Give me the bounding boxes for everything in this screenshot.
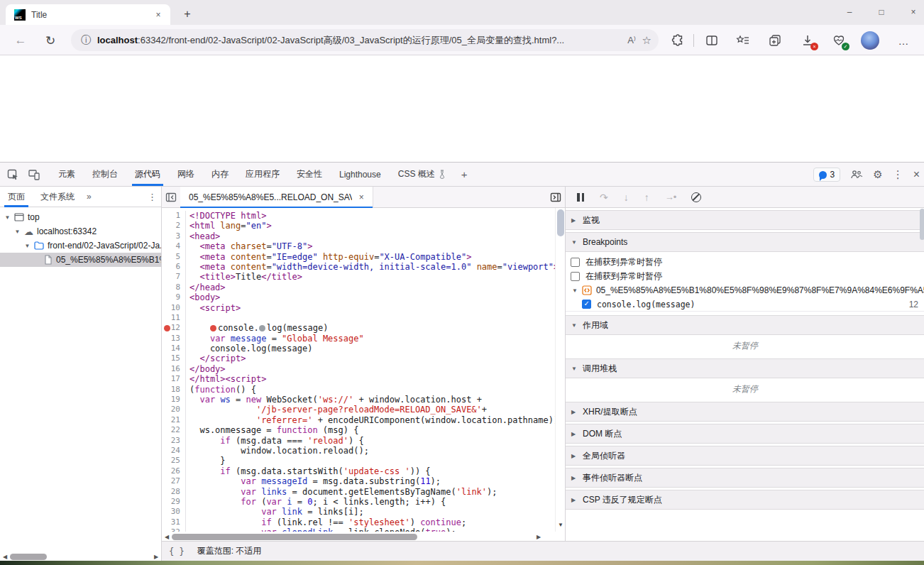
section-call-stack[interactable]: ▼ 调用堆栈 xyxy=(566,358,924,378)
browser-essentials-icon[interactable]: ✓ xyxy=(831,33,847,48)
hide-navigator-icon[interactable] xyxy=(162,187,180,208)
step-icon[interactable]: →• xyxy=(665,191,676,204)
expand-arrow-icon[interactable]: ▼ xyxy=(24,243,31,249)
hscroll-right-icon[interactable]: ▶ xyxy=(534,534,544,540)
favorite-star-icon[interactable]: ☆ xyxy=(642,34,651,47)
devtools-tab-元素[interactable]: 元素 xyxy=(50,163,84,186)
section-event-listener-breakpoints[interactable]: ▶ 事件侦听器断点 xyxy=(566,468,924,488)
editor-vscrollbar[interactable]: ▼ xyxy=(555,208,565,532)
step-into-icon[interactable]: ↓ xyxy=(624,191,629,204)
site-info-icon[interactable]: ⓘ xyxy=(81,34,91,47)
editor-tab-close-icon[interactable]: × xyxy=(357,192,366,202)
devtools-tab-安全性[interactable]: 安全性 xyxy=(288,163,331,186)
split-screen-icon[interactable] xyxy=(704,33,720,48)
line-number[interactable]: 22 xyxy=(162,425,186,435)
favorites-bar-icon[interactable] xyxy=(735,33,751,48)
editor-file-tab[interactable]: 05_%E5%85%A8%E5...RELOAD_ON_SAVE × xyxy=(180,187,373,208)
hscroll-left-icon[interactable]: ◀ xyxy=(162,534,172,540)
section-global-listeners[interactable]: ▶ 全局侦听器 xyxy=(566,446,924,466)
hide-debugger-icon[interactable] xyxy=(546,187,565,208)
line-number[interactable]: 26 xyxy=(162,466,186,476)
line-number[interactable]: 11 xyxy=(162,313,186,323)
devtools-tab-内存[interactable]: 内存 xyxy=(203,163,237,186)
checkbox-unchecked[interactable] xyxy=(571,258,580,267)
back-icon[interactable]: ← xyxy=(11,31,30,50)
line-number[interactable]: 15 xyxy=(162,353,186,363)
line-number[interactable]: 14 xyxy=(162,344,186,353)
line-number[interactable]: 23 xyxy=(162,436,186,446)
section-breakpoints[interactable]: ▼ Breakpoints xyxy=(566,232,924,252)
line-number[interactable]: 5 xyxy=(162,252,186,262)
line-number[interactable]: 31 xyxy=(162,517,186,527)
sidebar-tab-page[interactable]: 页面 xyxy=(0,187,33,207)
sidebar-tab-filesystem[interactable]: 文件系统 xyxy=(33,187,82,207)
profile-avatar[interactable] xyxy=(861,31,879,50)
window-close-button[interactable]: × xyxy=(903,4,924,20)
breakpoint-entry-row[interactable]: console.log(message) 12 xyxy=(566,297,924,312)
section-csp-violation-breakpoints[interactable]: ▶ CSP 违反了规定断点 xyxy=(566,490,924,510)
line-number[interactable]: 29 xyxy=(162,497,186,507)
section-dom-breakpoints[interactable]: ▶ DOM 断点 xyxy=(566,424,924,444)
scroll-right-icon[interactable]: ▶ xyxy=(151,554,161,560)
hscroll-thumb[interactable] xyxy=(172,534,417,540)
extensions-icon[interactable] xyxy=(670,33,686,48)
line-number[interactable]: 7 xyxy=(162,272,186,282)
browser-tab[interactable]: WS Title × xyxy=(6,4,170,25)
editor-hscrollbar[interactable]: ◀ ▶ xyxy=(162,532,565,542)
pause-caught-exceptions-row[interactable]: 在捕获到异常时暂停 xyxy=(566,255,924,269)
line-number[interactable]: 21 xyxy=(162,415,186,425)
window-maximize-button[interactable]: □ xyxy=(871,4,892,20)
line-number[interactable]: 25 xyxy=(162,456,186,466)
pause-caught-exceptions-row-2[interactable]: 在捕获到异常时暂停 xyxy=(566,269,924,283)
line-number[interactable]: 17 xyxy=(162,374,186,384)
address-bar[interactable]: ⓘ localhost:63342/front-end/02-JavaScrip… xyxy=(71,29,659,51)
step-out-icon[interactable]: ↑ xyxy=(644,191,649,204)
vscroll-thumb[interactable] xyxy=(557,209,564,236)
sidebar-hscrollbar[interactable]: ◀ ▶ xyxy=(0,552,161,561)
settings-gear-icon[interactable]: ⚙ xyxy=(873,168,882,181)
issues-counter-button[interactable]: 3 xyxy=(813,168,841,182)
breakpoint-file-row[interactable]: ▼ 05_%E5%85%A8%E5%B1%80%E5%8F%98%E9%87%8… xyxy=(566,283,924,297)
line-number[interactable]: 24 xyxy=(162,446,186,456)
new-tab-button[interactable]: + xyxy=(180,7,194,21)
line-number[interactable]: 30 xyxy=(162,507,186,517)
window-minimize-button[interactable]: – xyxy=(839,4,860,20)
deactivate-breakpoints-icon[interactable] xyxy=(691,192,701,202)
device-toolbar-icon[interactable] xyxy=(28,169,40,180)
inline-breakpoint-active-icon[interactable] xyxy=(210,325,216,331)
devtools-close-icon[interactable]: × xyxy=(913,168,920,181)
line-number[interactable]: 19 xyxy=(162,395,186,405)
sidebar-kebab-icon[interactable]: ⋮ xyxy=(148,192,157,202)
line-number[interactable]: 9 xyxy=(162,292,186,302)
line-number[interactable]: 12 xyxy=(162,323,186,333)
devtools-kebab-icon[interactable]: ⋮ xyxy=(893,168,903,181)
section-xhr-breakpoints[interactable]: ▶ XHR/提取断点 xyxy=(566,402,924,422)
devtools-tab-源代码[interactable]: 源代码 xyxy=(126,163,169,186)
downloads-icon[interactable]: × xyxy=(800,33,815,48)
inspect-element-icon[interactable] xyxy=(7,169,18,180)
line-number[interactable]: 13 xyxy=(162,334,186,344)
url-text[interactable]: localhost:63342/front-end/02-JavaScript/… xyxy=(97,34,621,47)
line-number[interactable]: 4 xyxy=(162,241,186,251)
expand-arrow-icon[interactable]: ▼ xyxy=(4,214,11,221)
vscroll-down-icon[interactable]: ▼ xyxy=(556,522,566,528)
pretty-print-icon[interactable]: { } xyxy=(169,547,185,556)
scroll-thumb[interactable] xyxy=(10,554,47,560)
line-number[interactable]: 28 xyxy=(162,487,186,497)
step-over-icon[interactable]: ↷ xyxy=(600,191,608,204)
expand-arrow-icon[interactable]: ▼ xyxy=(14,229,21,235)
devtools-tab-网络[interactable]: 网络 xyxy=(169,163,203,186)
scroll-left-icon[interactable]: ◀ xyxy=(0,554,10,560)
line-number[interactable]: 27 xyxy=(162,476,186,486)
line-number[interactable]: 8 xyxy=(162,282,186,292)
section-watch[interactable]: ▶ 监视 xyxy=(566,210,924,230)
line-number[interactable]: 6 xyxy=(162,262,186,272)
sidebar-more-tabs-icon[interactable]: » xyxy=(82,192,96,202)
line-number[interactable]: 16 xyxy=(162,364,186,374)
line-number[interactable]: 10 xyxy=(162,303,186,313)
line-number[interactable]: 20 xyxy=(162,405,186,415)
devtools-tab-应用程序[interactable]: 应用程序 xyxy=(237,163,288,186)
checkbox-checked[interactable] xyxy=(582,300,591,309)
debugger-vscrollbar[interactable] xyxy=(920,209,924,251)
feedback-people-icon[interactable] xyxy=(850,170,863,180)
